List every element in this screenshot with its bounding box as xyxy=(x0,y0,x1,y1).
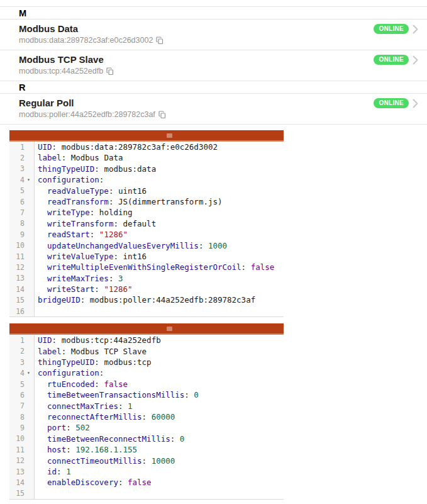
code-text: timeBetweenReconnectMillis: 0 xyxy=(35,434,284,444)
code-line: 7 connectMaxTries: 1 xyxy=(9,401,284,412)
yaml-key: timeBetweenReconnectMillis xyxy=(38,434,170,444)
line-number: 13 xyxy=(9,274,26,283)
code-line: 14 enableDiscovery: false xyxy=(9,477,284,488)
thing-uid: modbus:poller:44a252edfb:289782c3af xyxy=(19,109,155,120)
line-number: 9 xyxy=(9,423,26,432)
yaml-value: 1 xyxy=(66,467,71,476)
yaml-key: UID xyxy=(38,335,52,345)
yaml-key: host xyxy=(38,445,66,454)
fold-arrow-icon[interactable]: ▾ xyxy=(26,174,34,185)
group-letter: R xyxy=(19,82,25,92)
thing-row[interactable]: Modbus Datamodbus:data:289782c3af:e0c26d… xyxy=(0,20,427,50)
yaml-key: writeMaxTries xyxy=(38,274,109,283)
code-text: readStart: "1286" xyxy=(35,229,284,240)
line-gutter: 8 xyxy=(9,412,35,422)
code-area[interactable]: 1UID: modbus:data:289782c3af:e0c26d30022… xyxy=(9,142,284,317)
code-text xyxy=(35,488,284,499)
line-number: 4 xyxy=(9,176,26,184)
yaml-value: modbus:data xyxy=(104,164,156,174)
code-line: 14 writeStart: "1286" xyxy=(9,284,284,294)
line-number: 5 xyxy=(9,186,26,195)
yaml-key: label xyxy=(38,347,62,356)
yaml-value: 10000 xyxy=(152,456,175,466)
code-area[interactable]: 1UID: modbus:tcp:44a252edfb2label: Modbu… xyxy=(9,335,284,500)
line-number: 11 xyxy=(9,252,26,261)
code-line: 9 readStart: "1286" xyxy=(9,229,284,240)
code-text: updateUnchangedValuesEveryMillis: 1000 xyxy=(35,240,284,251)
thing-title: Modbus TCP Slave xyxy=(19,53,374,65)
code-text: connectMaxTries: 1 xyxy=(35,401,284,412)
code-line: 4▾configuration: xyxy=(9,174,284,185)
code-text: configuration: xyxy=(35,367,284,378)
things-list: MModbus Datamodbus:data:289782c3af:e0c26… xyxy=(0,6,427,125)
yaml-key: writeValueType xyxy=(38,252,113,261)
code-line: 13 writeMaxTries: 3 xyxy=(9,273,284,284)
yaml-value: Modbus Data xyxy=(71,153,123,162)
thing-row[interactable]: Regular Pollmodbus:poller:44a252edfb:289… xyxy=(0,94,427,125)
line-number: 8 xyxy=(9,413,26,422)
editor-header-bar xyxy=(9,130,284,142)
yaml-key: timeBetweenTransactionsMillis xyxy=(38,390,184,400)
yaml-value: false xyxy=(104,379,128,389)
yaml-editors: 1UID: modbus:data:289782c3af:e0c26d30022… xyxy=(9,130,284,500)
line-number: 10 xyxy=(9,434,26,443)
line-gutter: 12 xyxy=(9,456,35,466)
line-gutter: 14 xyxy=(9,284,35,294)
status-badge: ONLINE xyxy=(374,24,409,34)
code-line: 9 port: 502 xyxy=(9,422,284,433)
yaml-key: configuration xyxy=(38,175,99,184)
code-text: writeStart: "1286" xyxy=(35,284,284,294)
yaml-value: "1286" xyxy=(99,230,128,239)
line-number: 16 xyxy=(9,307,26,316)
line-gutter: 4▾ xyxy=(9,174,35,185)
yaml-key: writeStart xyxy=(38,284,94,294)
line-gutter: 9 xyxy=(9,422,35,433)
status-badge: ONLINE xyxy=(374,55,409,65)
fold-arrow-icon[interactable]: ▾ xyxy=(26,367,34,378)
yaml-key: rtuEncoded xyxy=(38,379,94,389)
code-line: 15 xyxy=(9,488,284,499)
editor-header-artifact xyxy=(167,327,172,331)
yaml-colon: : xyxy=(109,197,118,206)
yaml-key: writeTransform xyxy=(38,219,113,228)
yaml-key: reconnectAfterMillis xyxy=(38,412,142,422)
line-gutter: 9 xyxy=(9,229,35,240)
line-number: 7 xyxy=(9,208,26,217)
code-text: port: 502 xyxy=(35,422,284,433)
thing-title: Regular Poll xyxy=(19,97,374,109)
list-group-header: R xyxy=(0,81,427,94)
thing-subtitle: modbus:data:289782c3af:e0c26d3002 xyxy=(19,35,374,45)
yaml-value: JS(dimmertransform.js) xyxy=(118,197,223,206)
line-number: 6 xyxy=(9,391,26,400)
thing-row[interactable]: Modbus TCP Slavemodbus:tcp:44a252edfbONL… xyxy=(0,50,427,81)
yaml-colon: : xyxy=(66,423,75,432)
yaml-key: configuration xyxy=(38,368,99,378)
yaml-key: connectTimeoutMillis xyxy=(38,456,142,466)
yaml-colon: : xyxy=(109,186,118,196)
yaml-key: UID xyxy=(38,142,52,152)
copy-icon[interactable] xyxy=(158,111,166,119)
line-gutter: 2 xyxy=(9,346,35,357)
code-text: UID: modbus:tcp:44a252edfb xyxy=(35,335,284,345)
thing-row-main: Modbus TCP Slavemodbus:tcp:44a252edfb xyxy=(19,53,374,76)
code-line: 13 id: 1 xyxy=(9,466,284,477)
thing-row-after: ONLINE xyxy=(374,55,418,65)
line-number: 6 xyxy=(9,198,26,206)
code-text: thingTypeUID: modbus:data xyxy=(35,164,284,174)
code-text: rtuEncoded: false xyxy=(35,379,284,389)
line-gutter: 3 xyxy=(9,164,35,174)
copy-icon[interactable] xyxy=(106,67,114,76)
yaml-value: 192.168.1.155 xyxy=(75,445,137,454)
copy-icon[interactable] xyxy=(156,36,164,45)
line-number: 1 xyxy=(9,336,26,345)
thing-row-after: ONLINE xyxy=(374,24,418,34)
code-text: label: Modbus TCP Slave xyxy=(35,346,284,357)
thing-row-after: ONLINE xyxy=(374,98,418,108)
yaml-colon: : xyxy=(142,456,152,466)
yaml-value: 60000 xyxy=(152,412,175,422)
yaml-value: 1 xyxy=(128,401,133,411)
line-gutter: 10 xyxy=(9,434,35,444)
code-line: 6 timeBetweenTransactionsMillis: 0 xyxy=(9,389,284,400)
line-number: 13 xyxy=(9,468,26,476)
line-gutter: 8 xyxy=(9,218,35,229)
